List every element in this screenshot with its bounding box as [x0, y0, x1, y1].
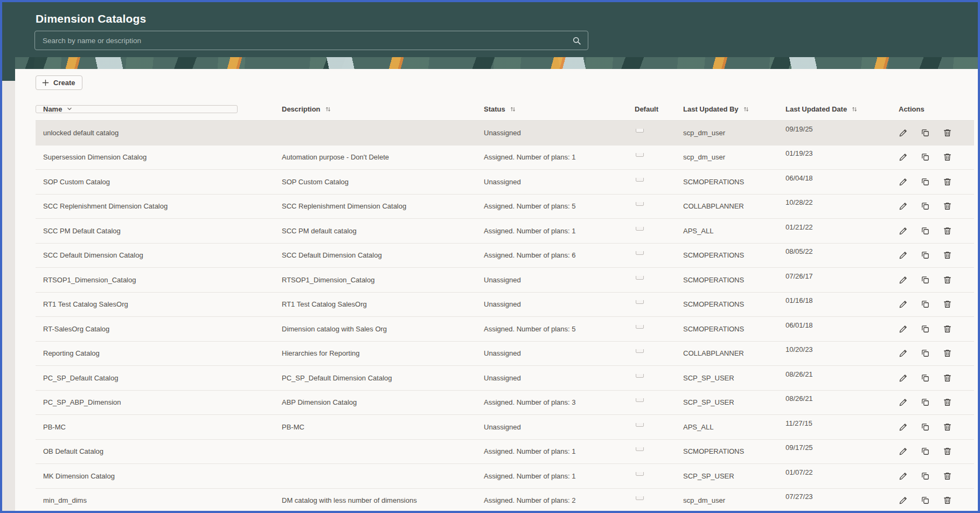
column-header-status[interactable]: Status [476, 105, 627, 113]
cell-name[interactable]: min_dm_dims [36, 496, 274, 504]
edit-button[interactable] [899, 275, 908, 285]
edit-button[interactable] [899, 128, 908, 137]
default-checkbox[interactable] [636, 153, 644, 157]
duplicate-button[interactable] [921, 349, 930, 358]
table-row[interactable]: min_dm_dims DM catalog with less number … [36, 488, 974, 511]
sort-icon[interactable] [510, 106, 516, 113]
column-header-description[interactable]: Description [274, 105, 476, 113]
edit-button[interactable] [899, 422, 908, 432]
duplicate-button[interactable] [921, 177, 930, 186]
table-row[interactable]: RTSOP1_Dimension_Catalog RTSOP1_Dimensio… [36, 267, 974, 292]
duplicate-button[interactable] [921, 128, 930, 137]
sort-icon[interactable] [743, 106, 749, 113]
edit-button[interactable] [899, 324, 908, 334]
delete-button[interactable] [943, 373, 952, 383]
cell-name[interactable]: RT1 Test Catalog SalesOrg [36, 300, 274, 308]
default-checkbox[interactable] [636, 276, 644, 280]
default-checkbox[interactable] [636, 496, 644, 500]
duplicate-button[interactable] [921, 422, 930, 432]
cell-name[interactable]: MK Dimension Catalog [36, 472, 274, 480]
duplicate-button[interactable] [921, 373, 930, 383]
cell-name[interactable]: SOP Custom Catalog [36, 178, 274, 186]
delete-button[interactable] [943, 177, 952, 186]
default-checkbox[interactable] [636, 300, 644, 304]
default-checkbox[interactable] [636, 178, 644, 182]
table-row[interactable]: SCC PM Default Catalog SCC PM default ca… [36, 218, 974, 243]
default-checkbox[interactable] [636, 374, 644, 378]
delete-button[interactable] [943, 447, 952, 456]
delete-button[interactable] [943, 398, 952, 407]
table-row[interactable]: unlocked default catalog Unassigned scp_… [36, 120, 974, 145]
edit-button[interactable] [899, 496, 908, 505]
edit-button[interactable] [899, 471, 908, 481]
edit-button[interactable] [899, 349, 908, 358]
duplicate-button[interactable] [921, 152, 930, 162]
table-row[interactable]: MK Dimension Catalog Assigned. Number of… [36, 463, 974, 488]
cell-name[interactable]: RT-SalesOrg Catalog [36, 325, 274, 333]
search-input[interactable] [35, 37, 572, 45]
default-checkbox[interactable] [636, 398, 644, 402]
cell-name[interactable]: SCC PM Default Catalog [36, 227, 274, 235]
delete-button[interactable] [943, 226, 952, 235]
cell-name[interactable]: PB-MC [36, 423, 274, 431]
delete-button[interactable] [943, 251, 952, 260]
sort-descending-icon[interactable] [66, 106, 73, 112]
duplicate-button[interactable] [921, 226, 930, 235]
edit-button[interactable] [899, 226, 908, 235]
edit-button[interactable] [899, 152, 908, 162]
duplicate-button[interactable] [921, 496, 930, 505]
duplicate-button[interactable] [921, 471, 930, 481]
delete-button[interactable] [943, 152, 952, 162]
duplicate-button[interactable] [921, 324, 930, 334]
duplicate-button[interactable] [921, 202, 930, 211]
table-row[interactable]: SOP Custom Catalog SOP Custom Catalog Un… [36, 169, 974, 194]
delete-button[interactable] [943, 202, 952, 211]
cell-name[interactable]: unlocked default catalog [36, 129, 274, 137]
default-checkbox[interactable] [636, 349, 644, 353]
delete-button[interactable] [943, 275, 952, 285]
delete-button[interactable] [943, 422, 952, 432]
default-checkbox[interactable] [636, 251, 644, 255]
delete-button[interactable] [943, 471, 952, 481]
delete-button[interactable] [943, 128, 952, 137]
duplicate-button[interactable] [921, 447, 930, 456]
table-row[interactable]: RT-SalesOrg Catalog Dimension catalog wi… [36, 316, 974, 341]
delete-button[interactable] [943, 324, 952, 334]
edit-button[interactable] [899, 373, 908, 383]
cell-name[interactable]: SCC Default Dimension Catalog [36, 251, 274, 259]
create-button[interactable]: Create [36, 75, 82, 90]
column-header-last-updated-date[interactable]: Last Updated Date [778, 105, 891, 113]
duplicate-button[interactable] [921, 300, 930, 309]
column-header-name[interactable]: Name [36, 105, 274, 113]
column-header-last-updated-by[interactable]: Last Updated By [676, 105, 778, 113]
duplicate-button[interactable] [921, 275, 930, 285]
table-row[interactable]: PC_SP_ABP_Dimension ABP Dimension Catalo… [36, 390, 974, 415]
sort-icon[interactable] [851, 106, 858, 113]
duplicate-button[interactable] [921, 251, 930, 260]
default-checkbox[interactable] [636, 129, 644, 133]
edit-button[interactable] [899, 398, 908, 407]
default-checkbox[interactable] [636, 447, 644, 451]
table-row[interactable]: SCC Replenishment Dimension Catalog SCC … [36, 194, 974, 219]
table-row[interactable]: PB-MC PB-MC Unassigned APS_ALL 11/27/15 [36, 414, 974, 439]
table-row[interactable]: OB Default Catalog Assigned. Number of p… [36, 439, 974, 464]
delete-button[interactable] [943, 300, 952, 309]
default-checkbox[interactable] [636, 202, 644, 206]
cell-name[interactable]: Supersession Dimension Catalog [36, 153, 274, 161]
table-row[interactable]: RT1 Test Catalog SalesOrg RT1 Test Catal… [36, 292, 974, 317]
delete-button[interactable] [943, 496, 952, 505]
cell-name[interactable]: SCC Replenishment Dimension Catalog [36, 202, 274, 210]
edit-button[interactable] [899, 202, 908, 211]
edit-button[interactable] [899, 251, 908, 260]
cell-name[interactable]: OB Default Catalog [36, 447, 274, 455]
search-icon[interactable] [572, 36, 581, 45]
cell-name[interactable]: PC_SP_ABP_Dimension [36, 398, 274, 406]
default-checkbox[interactable] [636, 227, 644, 231]
table-row[interactable]: Supersession Dimension Catalog Automatio… [36, 145, 974, 170]
delete-button[interactable] [943, 349, 952, 358]
table-row[interactable]: PC_SP_Default Catalog PC_SP_Default Dime… [36, 365, 974, 390]
duplicate-button[interactable] [921, 398, 930, 407]
default-checkbox[interactable] [636, 325, 644, 329]
cell-name[interactable]: Reporting Catalog [36, 349, 274, 357]
table-row[interactable]: SCC Default Dimension Catalog SCC Defaul… [36, 243, 974, 268]
